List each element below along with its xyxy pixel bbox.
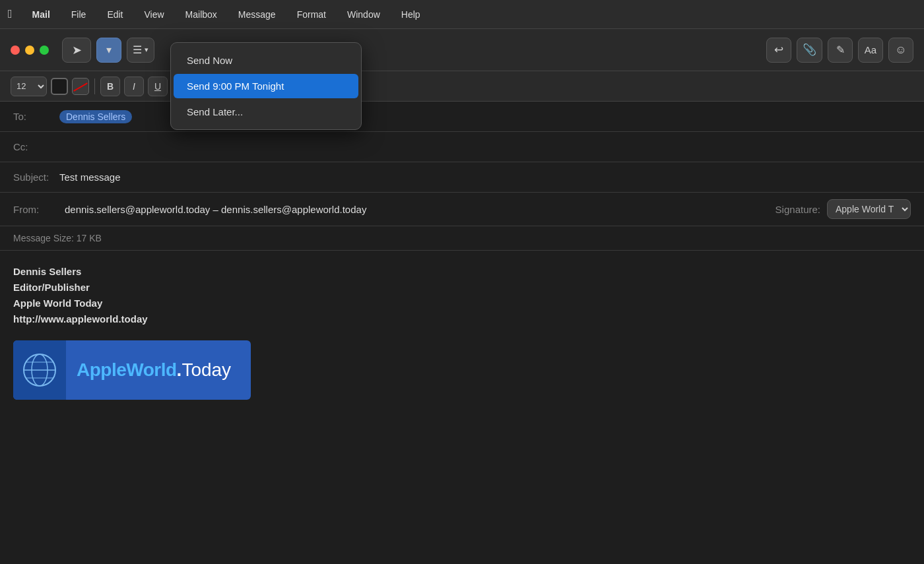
menu-edit[interactable]: Edit (103, 7, 127, 22)
send-dropdown-menu: Send Now Send 9:00 PM Tonight Send Later… (170, 42, 362, 130)
show-headers-button[interactable]: ☰ ▾ (127, 38, 154, 63)
send-button[interactable]: ➤ (62, 38, 91, 63)
menu-format[interactable]: Format (293, 7, 330, 22)
markup-icon: ✎ (836, 44, 845, 56)
send-dropdown-button[interactable]: ▾ (96, 38, 121, 63)
menu-window[interactable]: Window (343, 7, 384, 22)
apple-logo-icon[interactable]:  (8, 7, 13, 21)
logo-dot: . (177, 360, 182, 381)
attach-button[interactable]: 📎 (797, 38, 822, 63)
emoji-icon: ☺ (895, 44, 906, 57)
emoji-button[interactable]: ☺ (888, 38, 913, 63)
traffic-lights (11, 46, 49, 55)
send-icon: ➤ (72, 43, 82, 57)
undo-icon: ↩ (774, 43, 783, 57)
send-later-option[interactable]: Send Later... (174, 100, 358, 124)
bold-button[interactable]: B (100, 77, 120, 96)
menu-mail[interactable]: Mail (28, 7, 54, 22)
chevron-down-icon: ▾ (106, 44, 112, 56)
toolbar: ➤ ▾ ☰ ▾ ↩ 📎 ✎ Aa ☺ (0, 29, 924, 71)
cc-row: Cc: (0, 132, 924, 162)
paperclip-icon: 📎 (803, 43, 816, 57)
send-now-option[interactable]: Send Now (174, 48, 358, 73)
underline-button[interactable]: U (148, 77, 168, 96)
message-size-row: Message Size: 17 KB (0, 226, 924, 251)
from-row: From: dennis.sellers@appleworld.today – … (0, 193, 924, 226)
from-label: From: (13, 204, 59, 215)
to-row: To: Dennis Sellers (0, 102, 924, 132)
signature-select[interactable]: Apple World T (827, 199, 911, 219)
maximize-button[interactable] (40, 46, 49, 55)
logo-text: AppleWorld.Today (66, 360, 242, 381)
menu-help[interactable]: Help (397, 7, 424, 22)
sig-title: Editor/Publisher (13, 282, 90, 293)
sig-url: http://www.appleworld.today (13, 313, 148, 325)
compose-area: To: Dennis Sellers Cc: Subject: Test mes… (0, 102, 924, 413)
format-bar: 12 10 14 16 18 B I U S ≡ ≡ ≡ ☰ ▾ → ▾ (0, 71, 924, 102)
menu-view[interactable]: View (141, 7, 168, 22)
menu-bar:  Mail File Edit View Mailbox Message Fo… (0, 0, 924, 29)
highlight-color-swatch[interactable] (72, 78, 89, 95)
cc-label: Cc: (13, 141, 59, 152)
fonts-icon: Aa (865, 44, 876, 55)
menu-message[interactable]: Message (234, 7, 280, 22)
signature-label: Signature: (776, 204, 820, 215)
compose-body[interactable]: Dennis Sellers Editor/Publisher Apple Wo… (0, 251, 924, 413)
toolbar-right: ↩ 📎 ✎ Aa ☺ (766, 38, 913, 63)
format-separator-1 (94, 78, 95, 94)
message-size-text: Message Size: 17 KB (13, 233, 102, 243)
font-size-select[interactable]: 12 10 14 16 18 (11, 77, 47, 96)
globe-icon (13, 340, 66, 400)
chevron-down-icon-headers: ▾ (145, 46, 148, 54)
italic-button[interactable]: I (124, 77, 144, 96)
from-left: From: dennis.sellers@appleworld.today – … (0, 197, 762, 222)
subject-value[interactable]: Test message (59, 172, 911, 183)
logo-appleworld-text: AppleWorld (77, 360, 177, 381)
headers-icon: ☰ (133, 44, 142, 56)
menu-mailbox[interactable]: Mailbox (182, 7, 221, 22)
logo-today-text: Today (182, 360, 231, 381)
signature-block: Dennis Sellers Editor/Publisher Apple Wo… (13, 264, 911, 327)
subject-row: Subject: Test message (0, 162, 924, 193)
appleworld-logo: AppleWorld.Today (13, 340, 251, 400)
undo-button[interactable]: ↩ (766, 38, 791, 63)
signature-section: Signature: Apple World T (762, 193, 924, 226)
send-tonight-option[interactable]: Send 9:00 PM Tonight (174, 74, 358, 98)
subject-label: Subject: (13, 172, 59, 183)
sig-name: Dennis Sellers (13, 266, 81, 277)
markup-button[interactable]: ✎ (828, 38, 853, 63)
sig-company: Apple World Today (13, 298, 102, 309)
menu-file[interactable]: File (67, 7, 90, 22)
minimize-button[interactable] (25, 46, 34, 55)
from-value: dennis.sellers@appleworld.today – dennis… (65, 204, 749, 215)
to-recipient-chip[interactable]: Dennis Sellers (59, 110, 132, 123)
close-button[interactable] (11, 46, 20, 55)
fonts-button[interactable]: Aa (858, 38, 883, 63)
text-color-swatch[interactable] (51, 78, 68, 95)
to-label: To: (13, 111, 59, 122)
